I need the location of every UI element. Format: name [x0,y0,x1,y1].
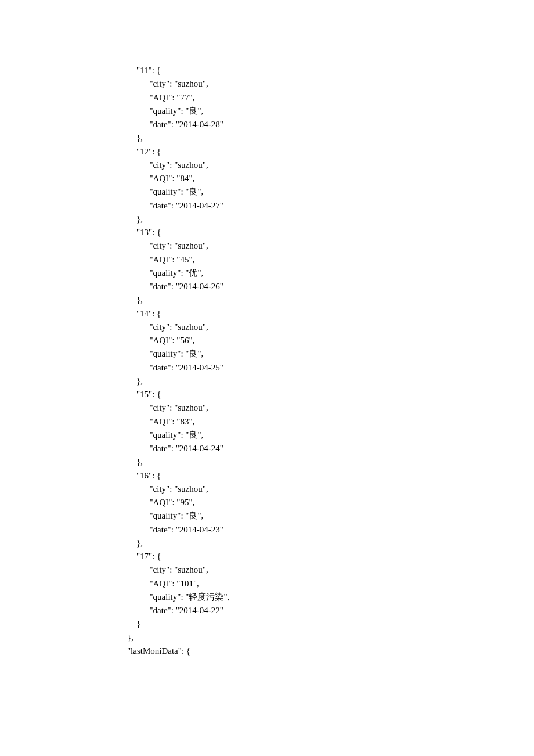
json-closing-block: }, "lastMoniData": { [0,631,534,658]
document-page: "11": { "city": "suzhou", "AQI": "77", "… [0,0,534,658]
json-entries-block: "11": { "city": "suzhou", "AQI": "77", "… [0,64,534,631]
